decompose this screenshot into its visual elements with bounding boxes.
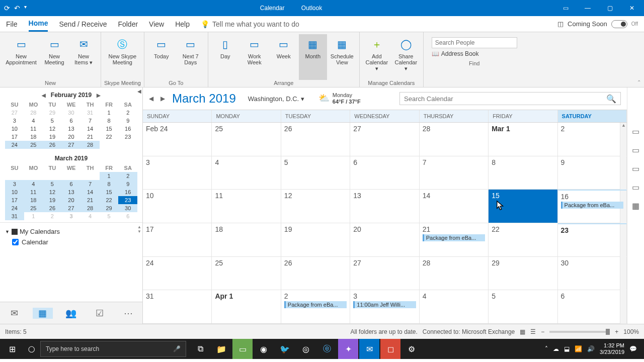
scroll-down-icon[interactable]: ▼ <box>137 229 141 234</box>
mini-day[interactable]: 3 <box>5 117 24 125</box>
prev-period-icon[interactable]: ◀ <box>149 95 153 102</box>
mini-day[interactable]: 29 <box>43 109 62 117</box>
app-green-icon[interactable]: ▭ <box>232 339 253 359</box>
mini-day[interactable]: 21 <box>80 133 100 141</box>
today-button[interactable]: ▭ Today <box>147 34 176 80</box>
tab-send-receive[interactable]: Send / Receive <box>59 17 107 31</box>
mini-day[interactable]: 2 <box>118 109 137 117</box>
mini-day[interactable]: 27 <box>5 109 24 117</box>
calendar-cell[interactable]: 4 <box>212 156 281 190</box>
mini-day[interactable]: 13 <box>62 125 81 133</box>
mini-day[interactable]: 31 <box>80 109 100 117</box>
mini-day[interactable]: 8 <box>100 180 119 188</box>
chrome-icon[interactable]: ◎ <box>296 339 316 359</box>
mini-day[interactable] <box>5 172 24 180</box>
mini-day[interactable]: 4 <box>80 212 100 220</box>
calendar-event[interactable]: Package from eBa... <box>561 202 623 209</box>
cortana-icon[interactable]: ◯ <box>23 345 39 352</box>
calendar-cell[interactable]: 7 <box>420 156 489 190</box>
calendar-cell[interactable]: 16Package from eBa... <box>558 190 627 223</box>
calendar-cell[interactable]: Apr 1 <box>212 290 281 323</box>
tab-folder[interactable]: Folder <box>118 17 138 31</box>
calendar-cell[interactable]: 19 <box>281 223 350 256</box>
calendar-cell[interactable]: 14 <box>420 190 489 223</box>
calendar-cell[interactable]: 12 <box>281 190 350 223</box>
calendar-event[interactable]: Package from eBa... <box>284 301 347 308</box>
undo-icon[interactable]: ↶ <box>14 4 20 12</box>
mini-day[interactable]: 2 <box>43 212 62 220</box>
edge-icon[interactable]: ⓔ <box>317 339 337 359</box>
mini-day[interactable] <box>100 141 119 149</box>
mini-day[interactable]: 24 <box>5 204 24 212</box>
mini-day[interactable]: 9 <box>118 117 137 125</box>
mini-day[interactable]: 28 <box>80 141 100 149</box>
mini-day[interactable]: 16 <box>118 188 137 196</box>
calendar-cell[interactable]: 23 <box>558 223 627 256</box>
mini-day[interactable]: 19 <box>43 133 62 141</box>
calendar-event[interactable]: 11:00am Jeff Willi... <box>353 301 416 308</box>
mini-day[interactable]: 7 <box>80 180 100 188</box>
tray-network-icon[interactable]: 📶 <box>575 345 582 352</box>
calendar-checkbox[interactable] <box>12 239 19 245</box>
taskbar-search[interactable]: Type here to search 🎤 <box>40 341 186 357</box>
weather-widget[interactable]: ⛅ Monday 64°F / 37°F <box>311 92 361 105</box>
schedule-view-button[interactable]: ▦ScheduleView <box>328 34 356 80</box>
mini-day[interactable]: 27 <box>62 204 81 212</box>
calendar-cell[interactable]: 22 <box>489 223 557 256</box>
my-calendars-header[interactable]: ▼ My Calendars <box>5 226 137 237</box>
mini-day[interactable]: 25 <box>24 141 43 149</box>
mini-day[interactable]: 30 <box>62 109 81 117</box>
mini-day[interactable]: 10 <box>5 125 24 133</box>
file-explorer-icon[interactable]: 📁 <box>211 339 231 359</box>
notification-icon[interactable]: 💬 <box>629 345 637 352</box>
mini-day[interactable]: 26 <box>43 141 62 149</box>
scroll-up-icon[interactable]: ▲ <box>137 225 141 229</box>
mini-day[interactable]: 4 <box>24 180 43 188</box>
calendar-cell[interactable]: 311:00am Jeff Willi... <box>350 290 419 323</box>
add-calendar-button[interactable]: ＋AddCalendar ▾ <box>363 34 391 80</box>
mini-day[interactable]: 6 <box>62 117 81 125</box>
search-icon[interactable]: 🔍 <box>606 94 616 104</box>
mini-day[interactable]: 22 <box>100 133 119 141</box>
mini-day[interactable]: 2 <box>118 172 137 180</box>
mini-day[interactable]: 3 <box>62 212 81 220</box>
calendar-cell[interactable]: 28 <box>420 123 489 156</box>
calendar-cell[interactable]: 31 <box>143 290 212 323</box>
tray-dropbox-icon[interactable]: ⬓ <box>564 345 570 352</box>
peek-list-icon[interactable]: ▭ <box>632 183 639 192</box>
calendar-nav-icon[interactable]: ▦ <box>33 308 53 319</box>
mini-day[interactable]: 17 <box>5 133 24 141</box>
calendar-cell[interactable]: 27 <box>350 257 419 290</box>
ribbon-options-icon[interactable]: ▭ <box>555 5 576 12</box>
calendar-cell[interactable]: 25 <box>212 123 281 156</box>
close-icon[interactable]: ✕ <box>622 5 642 12</box>
mini-day[interactable]: 12 <box>43 188 62 196</box>
mini-day[interactable]: 11 <box>24 188 43 196</box>
calendar-cell[interactable]: 13 <box>350 190 419 223</box>
next-month-icon[interactable]: ▶ <box>95 93 103 98</box>
maximize-icon[interactable]: ▢ <box>600 5 620 12</box>
mini-day[interactable]: 7 <box>80 117 100 125</box>
mini-day[interactable] <box>43 172 62 180</box>
calendar-cell[interactable]: 26 <box>281 123 350 156</box>
calendar-cell[interactable]: 27 <box>350 123 419 156</box>
mini-day[interactable]: 8 <box>100 117 119 125</box>
mini-day[interactable]: 14 <box>80 125 100 133</box>
calendar-cell[interactable]: Feb 24 <box>143 123 212 156</box>
tray-volume-icon[interactable]: 🔊 <box>587 345 595 352</box>
calendar-cell[interactable]: 8 <box>489 156 557 190</box>
peek-day-icon[interactable]: ▭ <box>632 127 639 136</box>
mini-day[interactable]: 13 <box>62 188 81 196</box>
calendar-cell[interactable]: 9 <box>558 156 627 190</box>
calendar-cell[interactable]: 25 <box>212 257 281 290</box>
mini-day[interactable]: 14 <box>80 188 100 196</box>
calendar-event[interactable]: Package from eBa... <box>423 234 485 241</box>
peek-month-icon[interactable]: ▦ <box>632 201 639 211</box>
new-appointment-button[interactable]: ▭ New Appointment <box>3 34 39 80</box>
mini-day[interactable]: 15 <box>100 188 119 196</box>
app-red-icon[interactable]: ◻ <box>380 339 400 359</box>
skype-meeting-button[interactable]: Ⓢ New Skype Meeting <box>104 34 140 80</box>
tab-home[interactable]: Home <box>29 16 48 32</box>
mini-day[interactable]: 27 <box>62 141 81 149</box>
calendar-cell[interactable]: 2 <box>558 123 627 156</box>
